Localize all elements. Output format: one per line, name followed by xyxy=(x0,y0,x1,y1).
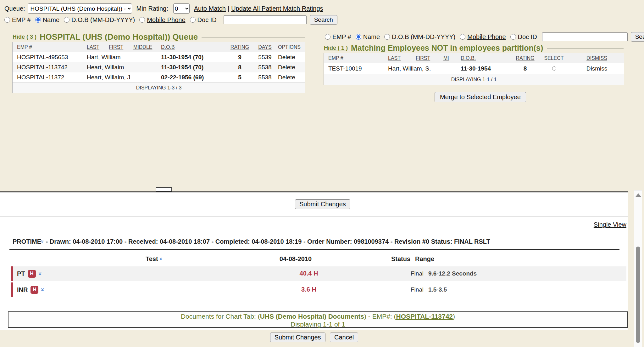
merge-to-selected-button[interactable]: Merge to Selected Employee xyxy=(435,92,526,102)
results-section: Submit Changes Single View PROTIME - Dra… xyxy=(0,191,628,330)
documents-footer-box: Documents for Chart Tab: (UHS (Demo Hosp… xyxy=(8,311,628,328)
partial-scrolled-element xyxy=(156,187,172,191)
queue-toolbar: Queue: HOSPITAL (UHS (Demo Hospital)) - … xyxy=(4,3,323,14)
match-hide-link[interactable]: Hide ( 1 ) xyxy=(324,45,348,51)
scrollbar-thumb[interactable] xyxy=(636,247,640,343)
col-dob[interactable]: D.O.B. xyxy=(459,55,513,61)
col-first[interactable]: FIRST xyxy=(108,44,132,50)
match-search-input[interactable] xyxy=(542,32,628,41)
submit-changes-button[interactable]: Submit Changes xyxy=(270,333,325,342)
match-search-button[interactable]: Search xyxy=(631,32,644,42)
col-first[interactable]: FIRST xyxy=(414,55,442,61)
name-radio[interactable] xyxy=(35,17,41,23)
high-flag-badge: H xyxy=(31,286,38,294)
match-table-footer: DISPLAYING 1-1 / 1 xyxy=(324,74,624,85)
row-dob: 11-30-1954 xyxy=(459,65,513,72)
row-emp: HOSPITAL-495653 xyxy=(13,54,86,61)
row-name: Hart, William xyxy=(86,54,160,61)
col-last[interactable]: LAST xyxy=(86,44,108,50)
result-value: 40.4 H xyxy=(277,270,340,277)
queue-panel-title: HOSPITAL (UHS (Demo Hospital)) Queue xyxy=(40,32,198,42)
doc-id-radio[interactable] xyxy=(510,34,516,40)
row-emp: TEST-10019 xyxy=(324,65,387,72)
delete-link[interactable]: Delete xyxy=(277,54,304,61)
col-options: OPTIONS xyxy=(277,44,304,50)
result-row-pt: PT H 40.4 H Final 9.6-12.2 Seconds xyxy=(11,266,626,281)
dob-radio[interactable] xyxy=(384,34,390,40)
col-rating[interactable]: RATING xyxy=(513,55,537,61)
select-employee-radio[interactable] xyxy=(552,66,556,71)
col-mi[interactable]: MI xyxy=(442,55,459,61)
row-name: Heart, Willaim, J xyxy=(86,74,160,81)
col-days[interactable]: DAYS xyxy=(253,44,277,50)
order-test-name: PROTIME xyxy=(13,238,41,245)
match-search-bar: EMP # Name D.O.B (MM-DD-YYYY) Mobile Pho… xyxy=(325,32,644,42)
search-option-emp: EMP # xyxy=(4,16,31,24)
col-test: Test xyxy=(123,255,186,263)
emp-radio-label: EMP # xyxy=(12,16,31,24)
collapse-order-chevron-icon[interactable] xyxy=(40,240,45,243)
name-radio-label: Name xyxy=(363,33,380,41)
delete-link[interactable]: Delete xyxy=(277,64,304,71)
queue-search-input[interactable] xyxy=(224,15,307,24)
queue-select[interactable]: HOSPITAL (UHS (Demo Hospital)) - 3 xyxy=(28,3,132,14)
match-table-row: TEST-10019 Hart, William, S. 11-30-1954 … xyxy=(324,63,624,74)
search-option-docid: Doc ID xyxy=(190,16,217,24)
cancel-button[interactable]: Cancel xyxy=(330,333,358,342)
mobile-phone-radio[interactable] xyxy=(139,17,145,23)
order-divider xyxy=(9,249,619,250)
col-middle[interactable]: MIDDLE xyxy=(132,44,160,50)
result-row-inr: INR H 3.6 H Final 1.5-3.5 xyxy=(11,282,626,297)
documents-line2: Displaying 1-1 of 1 xyxy=(8,320,627,328)
col-last[interactable]: LAST xyxy=(387,55,414,61)
dob-radio[interactable] xyxy=(64,17,69,23)
search-option-dob: D.O.B (MM-DD-YYYY) xyxy=(384,33,455,41)
emp-radio[interactable] xyxy=(4,17,10,23)
expand-result-chevron-icon[interactable] xyxy=(37,272,43,275)
legend-line xyxy=(547,48,624,48)
results-submit-changes-button[interactable]: Submit Changes xyxy=(295,199,350,209)
scroll-up-arrow-icon[interactable] xyxy=(636,193,641,197)
emp-radio[interactable] xyxy=(325,34,330,40)
queue-hide-link[interactable]: Hide ( 3 ) xyxy=(13,34,36,40)
dob-radio-label: D.O.B (MM-DD-YYYY) xyxy=(392,33,455,41)
legend-line xyxy=(202,37,305,37)
search-option-name: Name xyxy=(356,33,380,41)
mobile-phone-radio[interactable] xyxy=(460,34,465,40)
vertical-scrollbar[interactable] xyxy=(634,190,642,347)
col-dismiss[interactable]: DISMISS xyxy=(570,55,623,61)
dob-radio-label: D.O.B (MM-DD-YYYY) xyxy=(71,16,135,24)
name-radio[interactable] xyxy=(356,34,361,40)
row-days: 5538 xyxy=(253,64,277,71)
single-view-link[interactable]: Single View xyxy=(594,221,626,228)
update-all-ratings-link[interactable]: Update All Patient Match Ratings xyxy=(231,5,323,12)
sort-test-chevron-icon[interactable] xyxy=(159,258,164,260)
documents-line1: Documents for Chart Tab: (UHS (Demo Hosp… xyxy=(8,312,627,320)
row-rating: 8 xyxy=(513,65,537,72)
dismiss-link[interactable]: Dismiss xyxy=(570,65,623,72)
queue-table: EMP # LAST FIRST MIDDLE D.O.B RATING DAY… xyxy=(12,42,305,93)
documents-emp-link[interactable]: HOSPITAL-113742 xyxy=(396,313,453,320)
col-dob[interactable]: D.O.B xyxy=(160,44,226,50)
queue-search-button[interactable]: Search xyxy=(310,15,337,25)
queue-label: Queue: xyxy=(4,5,25,12)
order-details: - Drawn: 04-08-2010 17:00 - Received: 04… xyxy=(46,238,490,245)
patient-match-screen: Queue: HOSPITAL (UHS (Demo Hospital)) - … xyxy=(0,0,644,347)
doc-id-radio[interactable] xyxy=(190,17,196,23)
match-table-header: EMP # LAST FIRST MI D.O.B. RATING SELECT… xyxy=(324,53,624,63)
doc-id-radio-label: Doc ID xyxy=(518,33,537,41)
search-option-mobile: Mobile Phone xyxy=(139,16,185,24)
row-rating: 9 xyxy=(226,54,253,61)
col-select: SELECT xyxy=(537,55,570,61)
row-days: 5538 xyxy=(253,74,277,81)
min-rating-select[interactable]: 0 xyxy=(173,3,190,14)
auto-match-link[interactable]: Auto Match xyxy=(194,5,226,12)
col-emp: EMP # xyxy=(13,44,86,50)
col-rating[interactable]: RATING xyxy=(226,44,253,50)
delete-link[interactable]: Delete xyxy=(277,74,304,81)
result-status: Final xyxy=(394,286,424,293)
col-date: 04-08-2010 xyxy=(264,255,327,263)
toolbar-links: Auto Match|Update All Patient Match Rati… xyxy=(194,5,323,12)
expand-result-chevron-icon[interactable] xyxy=(40,288,46,291)
name-radio-label: Name xyxy=(43,16,59,24)
